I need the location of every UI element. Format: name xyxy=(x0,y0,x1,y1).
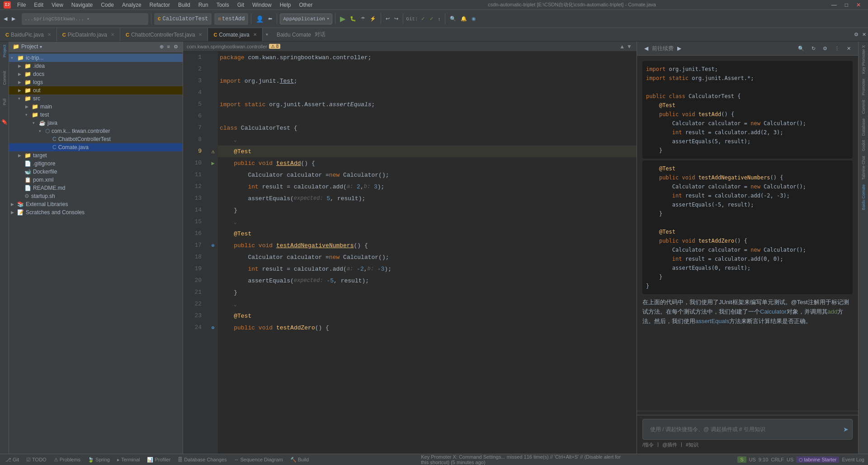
fold-icon-22[interactable]: ⌄ xyxy=(234,301,237,307)
add-glyph-17[interactable]: ⊕ xyxy=(211,242,214,249)
tab-baidupic-close[interactable]: ✕ xyxy=(47,32,51,37)
send-btn[interactable]: ➤ xyxy=(843,426,849,433)
project-collapse-btn[interactable]: ≡ xyxy=(166,44,171,49)
gutter-24[interactable]: ⊕ xyxy=(208,322,218,333)
git-push-btn[interactable]: ↑ xyxy=(436,15,443,23)
charset-label[interactable]: US xyxy=(787,457,793,462)
encoding-label[interactable]: US xyxy=(749,457,756,462)
calc-test-indicator[interactable]: C CalculatorTest xyxy=(154,13,212,25)
notifications-btn[interactable]: 🔔 xyxy=(459,15,469,23)
tab-chatbottest-close[interactable]: ✕ xyxy=(198,32,202,37)
tree-gitignore[interactable]: ▶ 📄 .gitignore xyxy=(9,160,183,168)
coverage-btn[interactable]: ☂ xyxy=(359,15,367,23)
status-terminal[interactable]: ▸ Terminal xyxy=(115,457,142,463)
minimize-btn[interactable]: — xyxy=(828,1,840,9)
run-btn[interactable]: ▶ xyxy=(338,14,347,24)
tree-target[interactable]: ▶ 📁 target xyxy=(9,151,183,160)
debug-btn[interactable]: 🐛 xyxy=(348,15,358,23)
tree-test[interactable]: ▾ 📁 test xyxy=(9,111,183,119)
tree-pomxml[interactable]: ▶ 📋 pom.xml xyxy=(9,176,183,184)
project-dropdown[interactable]: ▾ xyxy=(40,44,42,49)
editor-settings-btn[interactable]: ⚙ xyxy=(852,31,860,38)
git-status-btn[interactable]: S xyxy=(737,456,746,463)
menu-code[interactable]: Code xyxy=(97,1,118,9)
tree-startup[interactable]: ▶ ⚙ startup.sh xyxy=(9,192,183,200)
tabnine-badge[interactable]: ⬡ tabnine Starter xyxy=(796,456,839,463)
sidebar-pullreq[interactable]: Pull xyxy=(1,97,8,107)
tree-java[interactable]: ▾ ☕ java xyxy=(9,119,183,127)
gutter-10[interactable]: ▶ xyxy=(208,157,218,169)
hint-cmd[interactable]: /指令 xyxy=(642,442,654,448)
scroll-up[interactable]: ▲ xyxy=(618,43,626,50)
git-check-btn[interactable]: ✓ xyxy=(419,15,427,23)
tab-baidupic[interactable]: C BaiduPic.java ✕ xyxy=(0,28,57,42)
menu-view[interactable]: View xyxy=(48,1,67,9)
search-btn[interactable]: 🔍 xyxy=(448,15,458,23)
hint-plugin[interactable]: @插件 xyxy=(662,442,677,448)
status-database-changes[interactable]: 🗄 Database Changes xyxy=(176,457,228,462)
comate-search-btn[interactable]: 🔍 xyxy=(796,45,806,52)
menu-analyze[interactable]: Analyze xyxy=(118,1,145,9)
comate-more-btn[interactable]: ⋮ xyxy=(833,45,841,52)
rside-database[interactable]: Database xyxy=(860,117,867,138)
tree-dockerfile[interactable]: ▶ 🐋 Dockerfile xyxy=(9,168,183,176)
sidebar-project[interactable]: Project xyxy=(1,43,8,59)
tree-comate-java[interactable]: ▶ C Comate.java xyxy=(9,143,183,151)
git-check2-btn[interactable]: ✓ xyxy=(428,15,435,23)
comate-close-btn[interactable]: ✕ xyxy=(845,45,853,52)
menu-file[interactable]: File xyxy=(14,1,29,9)
tab-chatbottest[interactable]: C ChatbotControllerTest.java ✕ xyxy=(120,28,208,42)
editor-close-btn[interactable]: ✕ xyxy=(860,31,868,38)
status-spring[interactable]: 🍃 Spring xyxy=(86,457,112,463)
tree-extlibs[interactable]: ▶ 📚 External Libraries xyxy=(9,200,183,208)
rside-godot[interactable]: Godot xyxy=(860,138,867,153)
menu-edit[interactable]: Edit xyxy=(30,1,47,9)
profile-run-btn[interactable]: ⚡ xyxy=(368,15,378,23)
app-config-dropdown[interactable]: AppApplication ▾ xyxy=(280,14,332,24)
status-todo[interactable]: ☑ TODO xyxy=(24,457,48,463)
code-lines[interactable]: package com.kwan.springbootkwan.controll… xyxy=(218,52,637,454)
forward-btn[interactable]: ▶ xyxy=(10,15,17,23)
event-log-label[interactable]: Event Log xyxy=(842,457,864,462)
project-locate-btn[interactable]: ⊕ xyxy=(159,44,165,50)
comate-back[interactable]: ◀ xyxy=(642,44,650,52)
scroll-down[interactable]: ▼ xyxy=(626,43,633,50)
fold-icon-15[interactable]: ⌄ xyxy=(234,219,237,225)
rside-promoter[interactable]: Promoter xyxy=(860,77,867,97)
menu-build[interactable]: Build xyxy=(175,1,194,9)
rside-keypromoter[interactable]: Key Promoter X xyxy=(860,43,867,76)
menu-window[interactable]: Window xyxy=(249,1,275,9)
tree-out[interactable]: ▶ 📁 out xyxy=(9,86,183,94)
run-glyph-10[interactable]: ▶ xyxy=(211,160,214,167)
back-btn[interactable]: ◀ xyxy=(2,15,9,23)
comate-btn[interactable]: ◉ xyxy=(470,15,478,23)
tree-logs[interactable]: ▶ 📁 logs xyxy=(9,78,183,86)
menu-git[interactable]: Git xyxy=(234,1,248,9)
fold-icon-8[interactable]: ⌄ xyxy=(234,137,237,143)
tree-main[interactable]: ▶ 📁 main xyxy=(9,103,183,111)
undo-btn[interactable]: ↩ xyxy=(384,15,392,23)
tree-readme[interactable]: ▶ 📄 README.md xyxy=(9,184,183,192)
tree-root[interactable]: ▾ 📁 ic-trip... xyxy=(9,54,183,62)
comate-refresh-btn[interactable]: ↻ xyxy=(810,45,817,52)
menu-help[interactable]: Help xyxy=(276,1,295,9)
hint-knowledge[interactable]: #知识 xyxy=(686,442,698,448)
tree-package[interactable]: ▾ ⬡ com.k... tkwan.controller xyxy=(9,127,183,135)
menu-other[interactable]: Other xyxy=(295,1,316,9)
tab-comate[interactable]: C Comate.java ✕ xyxy=(208,28,262,42)
rside-baidu-comate[interactable]: Baidu Comate xyxy=(860,183,867,212)
gutter-17[interactable]: ⊕ xyxy=(208,240,218,251)
sidebar-bookmark[interactable]: 🔖 xyxy=(0,117,9,127)
menu-tools[interactable]: Tools xyxy=(213,1,233,9)
comate-input[interactable] xyxy=(646,421,843,437)
menu-run[interactable]: Run xyxy=(195,1,212,9)
status-profiler[interactable]: 📊 Profiler xyxy=(145,457,172,463)
rside-commit[interactable]: Commit xyxy=(860,98,867,116)
tree-docs[interactable]: ▶ 📁 docs xyxy=(9,70,183,78)
prev-btn[interactable]: ⬅ xyxy=(266,15,274,23)
comate-settings-btn[interactable]: ⚙ xyxy=(821,45,829,52)
menu-refactor[interactable]: Refactor xyxy=(146,1,174,9)
status-problems[interactable]: ⚠ Problems xyxy=(52,457,82,463)
tab-comate-close[interactable]: ✕ xyxy=(253,32,257,37)
status-build[interactable]: 🔨 Build xyxy=(288,457,311,463)
